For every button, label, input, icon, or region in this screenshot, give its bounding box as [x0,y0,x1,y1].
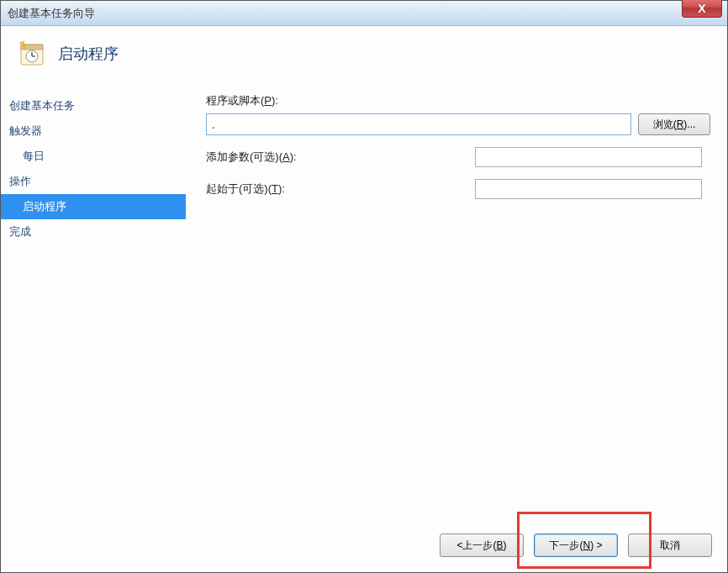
close-button[interactable]: X [682,0,722,18]
sidebar-item-4[interactable]: 启动程序 [1,194,186,219]
next-button[interactable]: 下一步(N) > [534,534,618,557]
cancel-button[interactable]: 取消 [628,534,712,557]
wizard-header: 启动程序 [1,26,727,88]
sidebar-item-2[interactable]: 每日 [1,144,186,169]
script-label: 程序或脚本(P): [206,93,278,108]
titlebar: 创建基本任务向导 X [1,1,727,26]
startin-input[interactable] [475,179,702,199]
close-icon: X [698,2,705,15]
wizard-heading: 启动程序 [58,44,119,64]
sidebar-item-0[interactable]: 创建基本任务 [1,93,186,118]
window-title: 创建基本任务向导 [8,6,95,21]
args-row: 添加参数(可选)(A): [206,147,702,167]
sidebar-item-3[interactable]: 操作 [1,169,186,194]
args-label: 添加参数(可选)(A): [206,150,357,165]
back-button[interactable]: <上一步(B) [440,534,524,557]
sidebar-item-5[interactable]: 完成 [1,219,186,244]
form-area: 程序或脚本(P): 浏览(R)... 添加参数(可选)(A): [186,88,727,522]
args-input[interactable] [475,147,702,167]
wizard-footer: <上一步(B) 下一步(N) > 取消 [1,522,727,572]
startin-row: 起始于(可选)(T): [206,179,702,199]
sidebar-item-1[interactable]: 触发器 [1,118,186,144]
wizard-sidebar: 创建基本任务触发器每日操作启动程序完成 [1,88,186,522]
script-input[interactable] [206,113,631,135]
content-area: 启动程序 创建基本任务触发器每日操作启动程序完成 程序或脚本(P): 浏览(R)… [1,26,727,572]
browse-button[interactable]: 浏览(R)... [638,113,710,135]
script-row: 程序或脚本(P): 浏览(R)... [206,93,710,135]
schedule-icon [18,39,46,68]
wizard-window: 创建基本任务向导 X 启动程序 创建基本任务触发器每日操作启动程序完成 [0,0,728,573]
startin-label: 起始于(可选)(T): [206,181,357,197]
main-area: 创建基本任务触发器每日操作启动程序完成 程序或脚本(P): 浏览(R)... [1,88,727,522]
